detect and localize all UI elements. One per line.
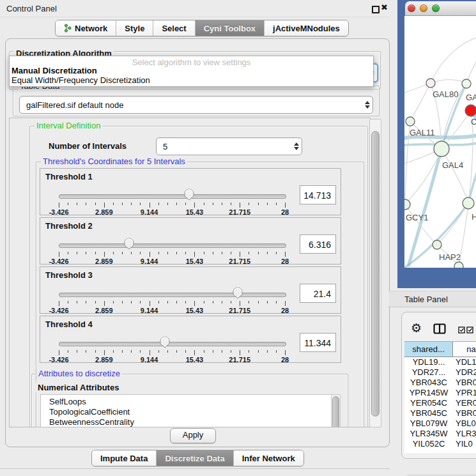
list-item-selfloops[interactable]: SelfLoops bbox=[41, 397, 331, 407]
slider-tick-label: 21.715 bbox=[229, 257, 250, 265]
table-row[interactable]: YIL052CYIL0 bbox=[404, 439, 476, 449]
cell-shared-name: YPR145W bbox=[404, 388, 453, 398]
list-item-betweennesscentrality[interactable]: BetweennessCentrality bbox=[41, 417, 331, 427]
slider-track[interactable] bbox=[59, 243, 286, 248]
slider-tick-label: 28 bbox=[281, 356, 289, 364]
table-row[interactable]: YBL079WYBL0 bbox=[404, 418, 476, 429]
threshold-label: Threshold 4 bbox=[45, 319, 93, 329]
slider-tick bbox=[59, 301, 59, 306]
tab-select[interactable]: Select bbox=[153, 20, 195, 36]
slider-tick bbox=[77, 252, 77, 254]
network-node[interactable] bbox=[434, 141, 449, 157]
network-canvas[interactable]: GAL80GACGAL11GAL4GCY1HAHAP2 bbox=[404, 16, 476, 268]
tab-jactivemnodules[interactable]: jActiveMNodules bbox=[265, 20, 348, 36]
slider-tick bbox=[104, 350, 105, 355]
slider-tick bbox=[158, 350, 159, 353]
split-columns-icon[interactable] bbox=[433, 323, 446, 334]
network-node[interactable] bbox=[454, 262, 463, 268]
node-label-ga: GA bbox=[466, 93, 476, 102]
checkbox-icon[interactable] bbox=[466, 326, 473, 334]
slider-thumb[interactable] bbox=[124, 238, 134, 252]
cell-name: YDR2 bbox=[456, 367, 476, 378]
threshold-panel-3: Threshold 3-3.4262.8599.14415.4321.71528… bbox=[40, 266, 341, 314]
settings-scrollbar[interactable] bbox=[369, 119, 381, 427]
table-row[interactable]: YDR27...YDR2 bbox=[404, 367, 476, 378]
mac-close-button[interactable] bbox=[408, 4, 415, 12]
slider-tick bbox=[150, 203, 150, 208]
tab-style[interactable]: Style bbox=[116, 20, 153, 36]
network-window-titlebar[interactable] bbox=[405, 1, 476, 16]
slider-tick-label: 2.859 bbox=[95, 356, 113, 364]
tab-infer-network[interactable]: Infer Network bbox=[234, 450, 303, 466]
tab-network[interactable]: Network bbox=[56, 20, 116, 36]
slider-track[interactable] bbox=[59, 194, 286, 199]
slider-track[interactable] bbox=[59, 293, 286, 297]
mac-minimize-button[interactable] bbox=[420, 4, 427, 12]
number-of-intervals-combobox[interactable]: 5 bbox=[156, 137, 302, 155]
slider-tick bbox=[86, 203, 86, 205]
table-row[interactable]: YBR045CYBR0 bbox=[404, 408, 476, 418]
close-icon[interactable]: ✖ bbox=[381, 3, 388, 12]
slider-tick-label: 15.43 bbox=[186, 356, 204, 364]
slider-tick-label: 28 bbox=[281, 257, 289, 265]
dropdown-option-manual-discretization[interactable]: Manual Discretization bbox=[12, 66, 97, 75]
mac-zoom-button[interactable] bbox=[432, 4, 440, 12]
tab-discretize-data[interactable]: Discretize Data bbox=[157, 450, 233, 466]
slider-thumb[interactable] bbox=[160, 336, 170, 351]
float-window-icon[interactable] bbox=[372, 6, 380, 13]
node-label-hap2: HAP2 bbox=[439, 252, 461, 262]
slider-tick bbox=[95, 350, 96, 353]
network-node[interactable] bbox=[426, 79, 435, 88]
table-panel-box: ⚙ shared...name YDL19...YDL1YDR27...YDR2… bbox=[401, 312, 476, 459]
threshold-value-field[interactable]: 14.713 bbox=[300, 185, 336, 204]
slider-track[interactable] bbox=[59, 342, 286, 346]
slider-tick bbox=[176, 301, 177, 303]
dropdown-option-equal-width-frequency-discretization[interactable]: Equal Width/Frequency Discretization bbox=[12, 75, 150, 85]
network-node[interactable] bbox=[433, 240, 441, 249]
network-node[interactable] bbox=[404, 199, 410, 210]
column-header-name[interactable]: name bbox=[453, 342, 476, 357]
numerical-attributes-list[interactable]: SelfLoopsTopologicalCoefficientBetweenne… bbox=[40, 394, 332, 427]
slider-tick-label: 9.144 bbox=[141, 356, 158, 364]
slider-tick-label: 21.715 bbox=[229, 307, 250, 314]
slider-tick bbox=[113, 301, 114, 303]
attributes-scrollbar[interactable] bbox=[331, 394, 341, 427]
table-row[interactable]: YLR345WYLR3 bbox=[404, 429, 476, 439]
slider-tick bbox=[231, 350, 231, 353]
slider-thumb[interactable] bbox=[184, 188, 194, 203]
table-row[interactable]: YBR043CYBR0 bbox=[404, 378, 476, 388]
slider-tick bbox=[267, 203, 268, 205]
table-row[interactable]: YER054CYER0 bbox=[404, 398, 476, 408]
column-header-shared-[interactable]: shared... bbox=[404, 342, 453, 357]
tab-impute-data[interactable]: Impute Data bbox=[92, 450, 157, 466]
network-node[interactable] bbox=[465, 105, 476, 116]
table-row[interactable]: YDL19...YDL1 bbox=[404, 357, 476, 367]
app-root: Control Panel ✖ NetworkStyleSelectCyni T… bbox=[0, 0, 476, 476]
table-data-combobox[interactable]: galFiltered.sif default node bbox=[19, 96, 373, 114]
cell-name: YLR3 bbox=[456, 429, 476, 439]
network-node[interactable] bbox=[462, 79, 471, 88]
slider-tick bbox=[59, 350, 59, 355]
slider-tick bbox=[285, 301, 286, 306]
slider-tick bbox=[131, 301, 132, 303]
list-item-topologicalcoefficient[interactable]: TopologicalCoefficient bbox=[41, 407, 331, 417]
tab-cyni-toolbox[interactable]: Cyni Toolbox bbox=[196, 20, 265, 36]
network-node[interactable] bbox=[406, 117, 415, 126]
table-row[interactable]: YPR145WYPR1 bbox=[404, 388, 476, 398]
slider-tick bbox=[204, 203, 204, 205]
threshold-value-field[interactable]: 6.316 bbox=[300, 234, 336, 254]
gear-icon[interactable]: ⚙ bbox=[411, 322, 422, 334]
checkbox-icon[interactable] bbox=[458, 326, 465, 334]
apply-button[interactable]: Apply bbox=[170, 428, 216, 443]
settings-viewport: Interval Definition Number of Intervals … bbox=[9, 118, 371, 427]
threshold-value-field[interactable]: 11.344 bbox=[300, 333, 336, 352]
cell-shared-name: YDR27... bbox=[404, 367, 453, 378]
combo-stepper-icon bbox=[362, 101, 372, 109]
slider-tick bbox=[276, 203, 277, 205]
slider-thumb[interactable] bbox=[233, 287, 243, 302]
network-node[interactable] bbox=[463, 197, 474, 209]
slider-tick bbox=[258, 203, 259, 205]
slider-tick bbox=[176, 350, 177, 353]
slider-tick-label: 2.859 bbox=[95, 208, 113, 216]
threshold-value-field[interactable]: 21.4 bbox=[300, 284, 336, 303]
